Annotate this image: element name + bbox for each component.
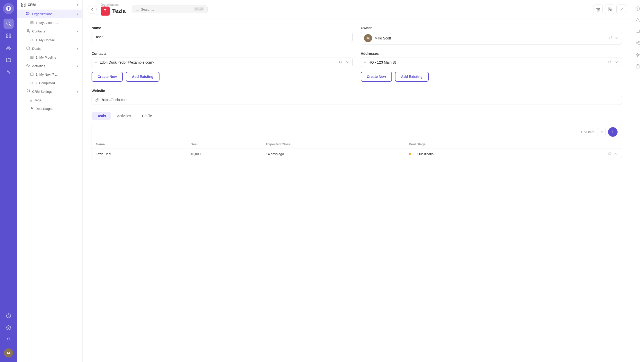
sidebar-icon-settings[interactable] [4, 323, 14, 333]
right-panel-clipboard[interactable] [633, 62, 642, 71]
svg-point-18 [27, 29, 29, 31]
deal-external-link[interactable] [608, 151, 612, 156]
deal-name: Tezla Deal [92, 149, 187, 159]
check-button[interactable] [616, 5, 626, 14]
deal-expected-close: 14 days ago [262, 149, 405, 159]
name-label: Name [92, 26, 353, 30]
my-accounts-label: 1. My Accoun... [36, 21, 58, 25]
sidebar-item-deal-stages[interactable]: ⚑ Deal Stages [17, 104, 82, 113]
right-panel-triangle[interactable] [633, 16, 642, 25]
svg-rect-19 [31, 73, 33, 76]
svg-rect-2 [7, 34, 8, 35]
address-remove[interactable]: ✕ [615, 60, 619, 65]
name-input[interactable] [92, 32, 353, 42]
svg-marker-48 [636, 53, 639, 57]
contacts-chevron: ▾ [77, 30, 78, 33]
owner-label: Owner [361, 26, 622, 30]
website-label: Website [92, 89, 622, 93]
tab-activities[interactable]: Activities [112, 112, 136, 120]
sidebar-crm-header[interactable]: CRM ▾ [17, 0, 82, 10]
sidebar-icon-search[interactable] [4, 19, 14, 29]
right-panel-share[interactable] [633, 39, 642, 48]
sidebar-icon-people[interactable] [4, 43, 14, 53]
save-button[interactable] [605, 5, 614, 14]
sidebar-item-activities[interactable]: Activities ▾ [17, 62, 82, 70]
my-contacts-icon: ⊙ [30, 38, 33, 42]
sidebar-item-deals[interactable]: Deals ▾ [17, 44, 82, 53]
table-row: Tezla Deal $5,000 14 days ago Qualificat… [92, 149, 622, 159]
sidebar-item-completed[interactable]: ⊙ 2. Completed [17, 79, 82, 87]
sidebar-item-tags[interactable]: # Tags [17, 96, 82, 104]
col-deal-amount: Deal ... [187, 140, 262, 149]
name-owner-row: Name Owner M Mike Scott [92, 26, 622, 44]
sidebar-icon-help[interactable] [4, 311, 14, 321]
sidebar-item-contacts[interactable]: Contacts ▾ [17, 27, 82, 36]
crm-settings-chevron: ▾ [77, 90, 78, 94]
crm-settings-label: CRM Settings [32, 90, 52, 94]
my-pipeline-label: 1. My Pipeline [36, 56, 56, 59]
owner-avatar: M [364, 34, 372, 42]
contacts-label: Contacts [32, 29, 45, 33]
deal-stages-label: Deal Stages [35, 107, 53, 111]
sidebar-icon-bell[interactable] [4, 335, 14, 345]
contact-remove[interactable]: ✕ [345, 60, 349, 65]
sidebar-item-my-contacts[interactable]: ⊙ 1. My Contac... [17, 36, 82, 44]
contacts-group: Contacts ≡ Edon Dusk <edon@example.com> … [92, 52, 353, 82]
address-create-new-button[interactable]: Create New [361, 72, 392, 82]
contacts-addresses-row: Contacts ≡ Edon Dusk <edon@example.com> … [92, 52, 622, 82]
owner-field: M Mike Scott ✕ [361, 32, 622, 44]
sidebar-item-my-next[interactable]: 1. My Next 7 ... [17, 70, 82, 79]
sidebar-item-organizations[interactable]: Organizations ▾ [17, 10, 82, 18]
completed-icon: ⊙ [30, 81, 33, 85]
right-panel-info[interactable] [633, 4, 642, 13]
contact-external-link[interactable] [339, 60, 343, 65]
back-button[interactable] [88, 5, 97, 14]
contacts-create-new-button[interactable]: Create New [92, 72, 123, 82]
organizations-icon [26, 12, 30, 16]
contacts-add-existing-button[interactable]: Add Existing [126, 72, 159, 82]
add-deal-button[interactable]: + [608, 127, 618, 137]
my-pipeline-icon: ▦ [30, 55, 34, 60]
right-panel-chat[interactable] [633, 27, 642, 36]
sidebar-icon-box[interactable] [4, 31, 14, 41]
sort-button[interactable] [597, 128, 606, 136]
tab-deals[interactable]: Deals [92, 112, 111, 120]
svg-rect-12 [22, 5, 23, 7]
addresses-label: Addresses [361, 52, 622, 56]
contact-entry-row: ≡ Edon Dusk <edon@example.com> ✕ [92, 58, 353, 67]
owner-external-link[interactable] [609, 36, 613, 41]
deal-remove[interactable]: ✕ [614, 151, 618, 156]
sidebar-item-my-pipeline[interactable]: ▦ 1. My Pipeline [17, 53, 82, 62]
page-title-container: T Tezla [101, 7, 126, 16]
sidebar-item-crm-settings[interactable]: CRM Settings ▾ [17, 87, 82, 96]
search-input[interactable] [141, 8, 191, 11]
address-add-existing-button[interactable]: Add Existing [395, 72, 429, 82]
svg-point-6 [7, 46, 9, 48]
tab-profile[interactable]: Profile [137, 112, 157, 120]
user-avatar[interactable]: M [4, 348, 13, 357]
sidebar-item-my-accounts[interactable]: ▦ 1. My Accoun... [17, 18, 82, 27]
col-name: Name [92, 140, 187, 149]
deals-icon [26, 46, 30, 51]
website-field[interactable]: https://tesla.com [92, 95, 622, 105]
website-section: Website https://tesla.com [92, 89, 622, 105]
svg-line-46 [637, 43, 638, 44]
search-bar[interactable]: Ctrl+K [132, 6, 208, 13]
svg-marker-42 [636, 18, 639, 22]
delete-button[interactable] [593, 5, 603, 14]
app-logo[interactable] [3, 3, 14, 14]
main-area: Organizations T Tezla Ctrl+K [83, 0, 631, 362]
sidebar-icon-folder[interactable] [4, 55, 14, 65]
owner-actions: ✕ [609, 36, 619, 41]
sidebar-icon-analytics[interactable] [4, 67, 14, 77]
svg-rect-49 [637, 65, 638, 65]
address-external-link[interactable] [608, 60, 612, 65]
search-shortcut: Ctrl+K [194, 7, 205, 11]
tags-label: Tags [34, 98, 41, 102]
activities-label: Activities [32, 64, 45, 68]
owner-remove[interactable]: ✕ [615, 36, 619, 41]
completed-label: 2. Completed [35, 81, 55, 85]
page-title: Tezla [112, 8, 126, 14]
right-panel-bolt[interactable] [633, 50, 642, 59]
address-entry-row: ≡ HQ • 123 Main St ✕ [361, 58, 622, 67]
